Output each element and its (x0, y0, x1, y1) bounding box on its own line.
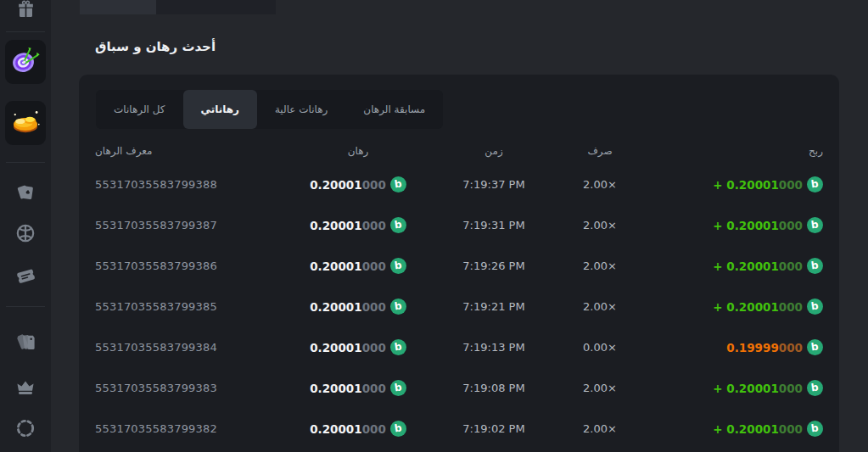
bet-amount: 0.20001000 b (310, 176, 406, 193)
bet-time: 7:19:21 PM (462, 300, 524, 313)
gold-coins-icon (8, 103, 43, 142)
bet-payout: 2.00× (583, 178, 617, 191)
fairness-circle-icon (14, 417, 36, 439)
bets-tab[interactable]: مسابقة الرهان (345, 90, 443, 129)
shop-tags-icon (14, 330, 37, 353)
sidebar-item-fairness[interactable] (0, 416, 51, 440)
bet-amount: 0.20001000 b (310, 258, 406, 274)
bet-id: 55317035583799386 (95, 259, 217, 272)
bet-time: 7:19:13 PM (462, 341, 524, 354)
bcd-coin-icon: b (390, 217, 406, 233)
bcd-coin-icon: b (807, 339, 823, 355)
bcd-coin-icon: b (807, 258, 823, 274)
table-row[interactable]: 55317035583799385 0.20001000 b 7:19:21 P… (79, 286, 839, 326)
bcd-coin-icon: b (807, 421, 823, 437)
bet-payout: 2.00× (583, 422, 617, 435)
bet-id: 55317035583799383 (95, 382, 217, 394)
bcd-coin-icon: b (807, 217, 823, 233)
bcd-coin-icon: b (390, 299, 406, 315)
bet-payout: 2.00× (583, 382, 617, 394)
header-bet: رهان (348, 145, 369, 157)
tab-label: رهاناتي (201, 103, 239, 115)
bets-tab[interactable]: رهانات عالية (257, 90, 345, 129)
sidebar-item-coins-game[interactable] (5, 101, 46, 145)
latest-bets-card: كل الرهانات رهاناتي رهانات عالية مسابقة … (79, 75, 839, 452)
bet-amount: 0.20001000 b (310, 380, 406, 396)
bet-amount: 0.20001000 b (310, 217, 406, 233)
bcd-coin-icon: b (390, 380, 406, 396)
vip-crown-icon (14, 376, 36, 398)
top-partial-tab-active[interactable] (80, 0, 156, 14)
bet-id: 55317035583799387 (95, 219, 217, 232)
bcd-coin-icon: b (807, 380, 823, 396)
bet-id: 55317035583799385 (95, 300, 217, 313)
bet-profit: + 0.20001000 b (713, 217, 823, 233)
bet-profit: + 0.20001000 b (713, 299, 823, 315)
top-partial-tab[interactable] (156, 0, 276, 14)
sidebar-divider (6, 306, 45, 307)
sidebar-item-sports[interactable] (0, 221, 51, 245)
header-payout: صرف (587, 145, 612, 157)
bet-payout: 2.00× (583, 300, 617, 313)
bet-slip-icon (14, 265, 37, 287)
gift-icon (15, 0, 36, 20)
table-row[interactable]: 55317035583799388 0.20001000 b 7:19:37 P… (79, 164, 839, 204)
bet-time: 7:19:08 PM (462, 382, 524, 394)
sidebar-item-shop[interactable] (0, 329, 51, 353)
bets-table-body: 55317035583799388 0.20001000 b 7:19:37 P… (79, 164, 839, 449)
tab-label: رهانات عالية (275, 103, 328, 115)
bet-id: 55317035583799382 (95, 422, 217, 435)
bet-amount: 0.20001000 b (310, 421, 406, 437)
sports-basketball-icon (14, 222, 36, 244)
bcd-coin-icon: b (390, 258, 406, 274)
page-title: أحدث رهان و سباق (95, 39, 216, 54)
table-row[interactable]: 55317035583799386 0.20001000 b 7:19:26 P… (79, 245, 839, 286)
bet-payout: 2.00× (583, 259, 617, 272)
bets-tab[interactable]: رهاناتي (183, 90, 257, 129)
dart-target-icon (8, 43, 42, 81)
bet-time: 7:19:31 PM (462, 219, 524, 232)
bet-profit: + 0.20001000 b (713, 176, 823, 193)
bcd-coin-icon: b (390, 176, 406, 193)
sidebar-item-vip[interactable] (0, 375, 51, 399)
bet-time: 7:19:26 PM (462, 259, 524, 272)
table-row[interactable]: 55317035583799383 0.20001000 b 7:19:08 P… (79, 367, 839, 408)
sidebar-divider (6, 162, 45, 163)
bet-amount: 0.20001000 b (310, 339, 406, 355)
bets-tab[interactable]: كل الرهانات (96, 90, 183, 129)
table-row[interactable]: 55317035583799387 0.20001000 b 7:19:31 P… (79, 204, 839, 245)
casino-cards-icon (14, 181, 36, 204)
bcd-coin-icon: b (390, 339, 406, 355)
bcd-coin-icon: b (390, 421, 406, 437)
sidebar-item-casino[interactable] (0, 181, 51, 204)
table-row[interactable]: 55317035583799382 0.20001000 b 7:19:02 P… (79, 408, 839, 449)
bets-tabs: كل الرهانات رهاناتي رهانات عالية مسابقة … (96, 90, 443, 129)
bet-payout: 2.00× (583, 219, 617, 232)
sidebar-item-dart-game[interactable] (5, 40, 46, 84)
bet-id: 55317035583799384 (95, 341, 217, 354)
bet-profit: + 0.20001000 b (713, 258, 823, 274)
bcd-coin-icon: b (807, 299, 823, 315)
bet-time: 7:19:37 PM (462, 178, 524, 191)
bet-id: 55317035583799388 (95, 178, 217, 191)
sidebar (0, 0, 51, 452)
bet-time: 7:19:02 PM (462, 422, 524, 435)
bet-payout: 0.00× (583, 341, 617, 354)
tab-label: كل الرهانات (114, 103, 165, 115)
bet-profit: + 0.20001000 b (713, 421, 823, 437)
header-time: زمن (484, 145, 502, 157)
header-bet-id: معرف الرهان (95, 145, 153, 157)
table-header: معرف الرهان رهان زمن صرف ربح (79, 140, 839, 162)
sidebar-item-lottery[interactable] (0, 264, 51, 287)
sidebar-divider (6, 31, 45, 32)
header-profit: ربح (809, 145, 823, 157)
bet-profit: + 0.20001000 b (713, 380, 823, 396)
tab-label: مسابقة الرهان (363, 103, 425, 115)
bet-amount: 0.20001000 b (310, 299, 406, 315)
bet-profit: 0.19999000 b (726, 339, 823, 355)
table-row[interactable]: 55317035583799384 0.20001000 b 7:19:13 P… (79, 326, 839, 367)
bcd-coin-icon: b (807, 176, 823, 193)
sidebar-item-bonus[interactable] (0, 0, 51, 20)
